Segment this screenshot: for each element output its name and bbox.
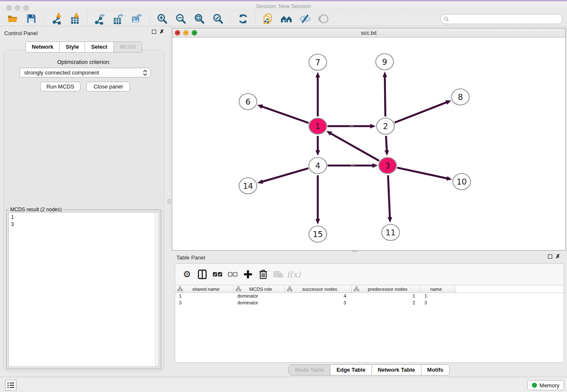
graph-node-10[interactable]: 10 (453, 174, 471, 190)
zoom-fit-icon[interactable] (193, 12, 206, 25)
export-table-icon[interactable] (112, 12, 125, 25)
tab-mcds[interactable]: MCDS (114, 41, 142, 52)
zoom-selected-icon[interactable] (212, 12, 224, 25)
mcds-result-text[interactable]: 1 3 (8, 212, 159, 367)
tab-network-table[interactable]: Network Table (372, 365, 421, 375)
table-cell[interactable]: 4 (285, 293, 352, 300)
memory-button[interactable]: Memory (527, 380, 564, 390)
tab-motifs[interactable]: Motifs (421, 365, 449, 375)
column-header-predecessor-nodes[interactable]: predecessor nodes (352, 285, 421, 293)
graph-node-14[interactable]: 14 (239, 178, 257, 194)
refresh-layout-icon[interactable] (237, 12, 249, 25)
save-session-icon[interactable] (25, 12, 38, 25)
zoom-in-icon[interactable] (156, 12, 168, 25)
run-mcds-button[interactable]: Run MCDS (40, 82, 80, 91)
table-cell[interactable]: 1 (421, 293, 456, 300)
table-row[interactable]: 3dominator323 (175, 300, 564, 306)
table-toolbar: ⚙f(x) (175, 264, 564, 285)
svg-text:14: 14 (243, 181, 253, 190)
zoom-out-icon[interactable] (174, 12, 187, 25)
network-window-title: scc.txt (172, 28, 565, 37)
table-cell[interactable]: 1 (175, 293, 234, 300)
graph-node-1[interactable]: 1 (309, 118, 327, 134)
control-panel-title: Control Panel (4, 30, 38, 36)
edge-4-14[interactable] (262, 168, 308, 182)
result-scrollbar[interactable] (155, 213, 159, 367)
export-image-icon[interactable] (131, 12, 143, 25)
graph-node-9[interactable]: 9 (376, 54, 394, 70)
table-cell[interactable]: 3 (285, 300, 352, 306)
select-all-icon[interactable] (210, 268, 225, 281)
graph-node-7[interactable]: 7 (309, 54, 327, 70)
edge-3-1[interactable] (330, 133, 379, 161)
tab-edge-table[interactable]: Edge Table (330, 365, 372, 375)
edge-2-3[interactable] (386, 136, 387, 151)
network-maximize-icon[interactable]: ＋ (192, 30, 197, 36)
float-panel-icon[interactable] (152, 30, 156, 34)
first-neighbors-icon[interactable] (280, 12, 293, 25)
edge-2-8[interactable] (394, 102, 446, 123)
graph-node-2[interactable]: 2 (377, 118, 394, 134)
column-type-icon (287, 286, 292, 292)
table-cell[interactable]: 1 (352, 293, 421, 300)
optimization-criterion-select[interactable]: strongly connected component (19, 68, 151, 77)
delete-row-icon[interactable] (256, 268, 271, 281)
add-row-icon[interactable] (240, 268, 256, 281)
search-input[interactable] (451, 16, 562, 22)
float-table-panel-icon[interactable] (548, 254, 552, 259)
network-close-icon[interactable]: ✕ (175, 30, 180, 36)
graph-node-3[interactable]: 3 (379, 157, 396, 174)
column-header-MCDS-role[interactable]: MCDS role (234, 285, 285, 293)
zoom-window-button[interactable] (23, 5, 29, 11)
network-graph-canvas[interactable]: 7968124314101511 (172, 38, 565, 250)
table-cell[interactable]: 3 (175, 300, 234, 306)
tab-style[interactable]: Style (60, 41, 85, 52)
table-cell[interactable]: 3 (421, 300, 456, 306)
import-table-icon[interactable] (69, 12, 81, 25)
table-cell[interactable]: dominator (234, 300, 285, 306)
close-table-panel-icon[interactable]: ✗ (556, 254, 560, 259)
table-cell[interactable]: 2 (352, 300, 421, 306)
table-header-row: shared name MCDS role successor nodes pr… (175, 285, 564, 293)
graph-node-8[interactable]: 8 (451, 89, 469, 105)
task-history-button[interactable] (5, 380, 17, 391)
minimize-window-button[interactable] (15, 5, 20, 11)
toolbar-separator (44, 13, 44, 24)
table-row[interactable]: 1dominator411 (175, 293, 564, 300)
open-session-icon[interactable] (6, 12, 19, 25)
edge-1-6[interactable] (262, 107, 308, 123)
tab-node-table[interactable]: Node Table (289, 365, 330, 375)
vertical-splitter-handle[interactable] (168, 199, 171, 204)
edge-2-9[interactable] (385, 77, 385, 116)
graph-node-6[interactable]: 6 (239, 94, 257, 110)
column-header-successor-nodes[interactable]: successor nodes (285, 285, 352, 293)
edge-3-10[interactable] (397, 168, 447, 179)
search-box[interactable] (440, 14, 563, 24)
close-window-button[interactable] (6, 5, 12, 11)
graph-node-11[interactable]: 11 (382, 224, 399, 240)
column-header-name[interactable]: name (421, 285, 456, 293)
close-panel-icon[interactable]: ✗ (160, 30, 164, 34)
memory-label: Memory (539, 382, 559, 389)
hide-selected-icon[interactable] (299, 12, 311, 25)
mcds-result-title: MCDS result (2 nodes) (9, 207, 63, 213)
tab-select[interactable]: Select (85, 41, 113, 52)
close-panel-button[interactable]: Close panel (86, 82, 130, 91)
table-cell[interactable]: dominator (234, 293, 285, 300)
table-panel-title: Table Panel (176, 254, 205, 261)
clone-network-icon[interactable] (261, 12, 274, 25)
graph-node-4[interactable]: 4 (309, 157, 327, 174)
columns-icon[interactable] (195, 268, 210, 281)
network-window-titlebar[interactable]: ✕ − ＋ scc.txt (172, 28, 565, 38)
export-network-icon[interactable] (94, 12, 106, 25)
function-icon: f(x) (286, 268, 301, 281)
unselect-all-icon[interactable] (225, 268, 240, 281)
graph-node-15[interactable]: 15 (309, 226, 327, 242)
network-minimize-icon[interactable]: − (183, 30, 189, 36)
edge-3-11[interactable] (388, 175, 390, 218)
tab-network[interactable]: Network (25, 41, 60, 52)
column-header-shared-name[interactable]: shared name (175, 285, 234, 293)
import-network-icon[interactable] (50, 12, 63, 25)
show-all-icon[interactable] (317, 12, 330, 25)
gear-icon[interactable]: ⚙ (179, 268, 195, 281)
